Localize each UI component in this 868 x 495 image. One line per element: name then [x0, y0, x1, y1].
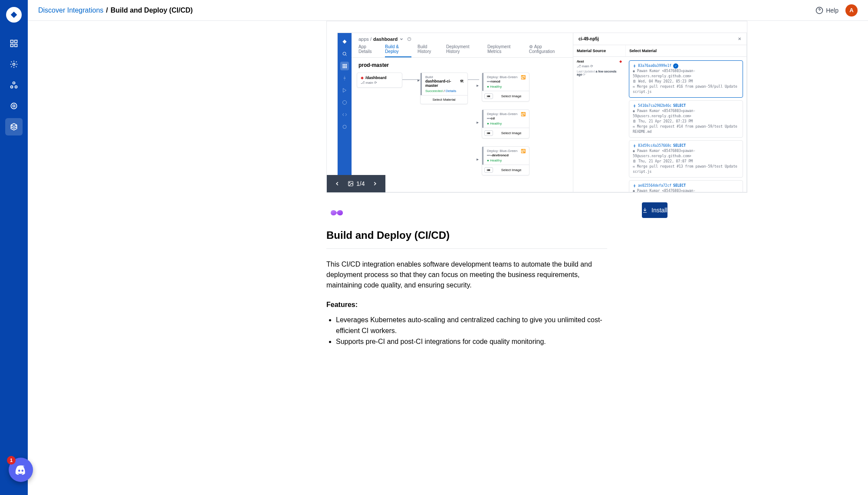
svg-point-27	[634, 145, 635, 147]
svg-rect-3	[15, 44, 17, 47]
svg-rect-19	[344, 67, 345, 69]
sidebar-item-integrations[interactable]	[5, 118, 23, 135]
svg-point-7	[15, 86, 17, 88]
sidebar-item-apps[interactable]	[5, 35, 23, 52]
app-logo	[6, 7, 22, 23]
download-icon	[642, 207, 648, 213]
feature-item: Supports pre-CI and post-CI integrations…	[336, 337, 607, 347]
svg-point-11	[343, 52, 346, 55]
feature-item: Leverages Kubernetes auto-scaling and ce…	[336, 315, 607, 337]
svg-point-28	[634, 185, 635, 187]
carousel-image: apps / dashboard App DetailsBuild & Depl…	[337, 33, 747, 192]
svg-rect-20	[346, 67, 347, 69]
integration-icon	[326, 202, 347, 223]
svg-point-31	[349, 182, 350, 183]
install-button[interactable]: Install	[642, 202, 667, 218]
svg-rect-14	[346, 64, 347, 66]
svg-rect-0	[11, 40, 13, 43]
svg-rect-2	[11, 44, 13, 47]
discord-badge: 1	[7, 456, 16, 465]
topbar: Discover Integrations / Build and Deploy…	[28, 0, 868, 21]
svg-rect-12	[343, 64, 344, 66]
screenshot-carousel: apps / dashboard App DetailsBuild & Depl…	[326, 21, 747, 193]
integration-description: This CI/CD integration enables software …	[326, 259, 607, 290]
svg-point-8	[11, 103, 16, 109]
carousel-counter: 1/4	[356, 180, 365, 187]
svg-rect-18	[343, 67, 344, 69]
integration-title: Build and Deploy (CI/CD)	[326, 229, 607, 241]
svg-rect-17	[346, 66, 347, 67]
svg-rect-1	[15, 40, 17, 43]
svg-point-5	[13, 82, 15, 84]
svg-point-23	[343, 125, 346, 129]
carousel-next[interactable]	[368, 177, 382, 191]
svg-point-21	[344, 78, 345, 79]
svg-rect-15	[343, 66, 344, 67]
svg-point-4	[13, 63, 15, 66]
carousel-prev[interactable]	[330, 177, 344, 191]
breadcrumb-root[interactable]: Discover Integrations	[38, 7, 103, 14]
breadcrumb: Discover Integrations / Build and Deploy…	[38, 7, 193, 14]
features-heading: Features:	[326, 301, 607, 309]
svg-point-25	[634, 66, 635, 67]
image-icon	[348, 181, 354, 187]
svg-rect-13	[344, 64, 345, 66]
carousel-nav: 1/4	[327, 175, 385, 192]
app-sidebar: 1	[0, 0, 28, 495]
help-link[interactable]: Help	[815, 7, 838, 14]
sidebar-item-cluster[interactable]	[5, 76, 23, 94]
svg-rect-16	[344, 66, 345, 67]
user-avatar[interactable]: A	[845, 4, 858, 16]
help-icon	[815, 7, 823, 14]
sidebar-item-settings[interactable]	[5, 97, 23, 115]
sidebar-item-gear[interactable]	[5, 56, 23, 73]
svg-point-26	[634, 106, 635, 107]
svg-point-9	[13, 105, 15, 107]
close-icon[interactable]: ✕	[738, 36, 741, 41]
breadcrumb-current: Build and Deploy (CI/CD)	[111, 7, 193, 14]
svg-point-6	[11, 86, 13, 88]
svg-point-22	[343, 101, 347, 105]
discord-fab[interactable]: 1	[9, 458, 33, 482]
